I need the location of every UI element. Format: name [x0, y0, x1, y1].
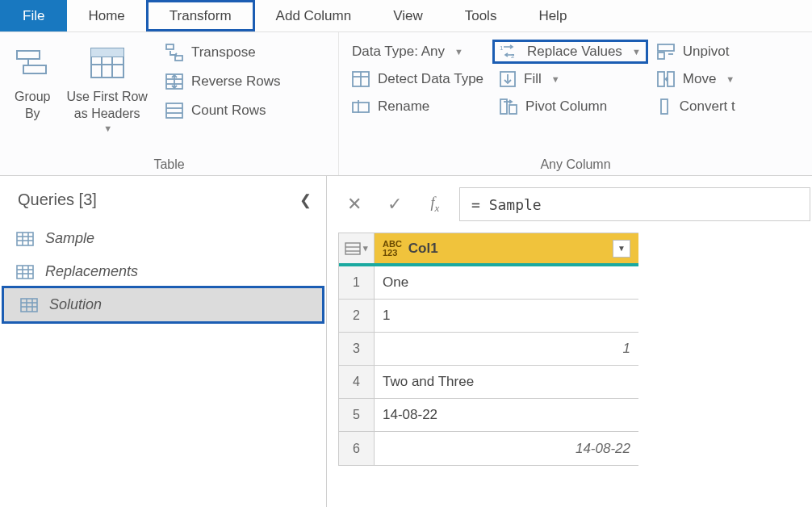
svg-rect-25 [509, 105, 517, 114]
queries-panel: Queries [3] ❮ Sample Replacements Soluti… [0, 176, 327, 507]
data-type-label: Data Type: Any [352, 44, 445, 60]
transpose-icon [165, 44, 183, 61]
svg-rect-26 [658, 44, 674, 51]
ribbon-group-table-label: Table [6, 154, 332, 172]
row-number: 6 [339, 432, 375, 465]
rename-button[interactable]: Rename [352, 98, 483, 115]
column-name: Col1 [408, 241, 438, 257]
menu-add-column[interactable]: Add Column [255, 0, 373, 31]
menu-tools[interactable]: Tools [444, 0, 518, 31]
detect-data-type-button[interactable]: Detect Data Type [352, 71, 483, 87]
cell: Two and Three [375, 366, 638, 398]
transpose-button[interactable]: Transpose [165, 44, 281, 61]
table-row[interactable]: 6 14-08-22 [339, 432, 638, 465]
use-first-row-label: Use First Row as Headers [66, 89, 147, 123]
menu-home[interactable]: Home [67, 0, 145, 31]
column-header-col1[interactable]: ABC 123 Col1 ▼ [375, 233, 638, 263]
rename-icon [352, 98, 370, 115]
chevron-down-icon: ▾ [363, 243, 368, 254]
column-filter-button[interactable]: ▼ [613, 240, 630, 258]
ribbon: Group By Use First Row as Headers ▼ Tran… [0, 32, 812, 176]
query-item-label: Sample [45, 230, 94, 247]
convert-button[interactable]: Convert t [657, 98, 735, 115]
column-type-badge: ABC 123 [383, 240, 402, 258]
table-corner-button[interactable]: ▾ [339, 233, 375, 263]
table-row[interactable]: 5 14-08-22 [339, 399, 638, 432]
fx-button[interactable]: fx [419, 188, 451, 220]
transpose-label: Transpose [191, 44, 256, 61]
query-item-sample[interactable]: Sample [0, 222, 326, 255]
data-type-button[interactable]: Data Type: Any ▼ [352, 44, 483, 60]
svg-rect-46 [345, 243, 360, 254]
unpivot-icon [657, 44, 675, 60]
svg-rect-1 [23, 65, 46, 73]
move-label: Move [683, 71, 717, 87]
detect-icon [352, 71, 370, 87]
table-row[interactable]: 1 One [339, 266, 638, 300]
reverse-rows-icon [165, 73, 183, 90]
row-number: 2 [339, 300, 375, 332]
cell: 14-08-22 [375, 432, 638, 465]
menubar: File Home Transform Add Column View Tool… [0, 0, 812, 32]
chevron-down-icon: ▼ [632, 47, 641, 57]
svg-rect-28 [658, 72, 664, 86]
count-rows-icon [165, 102, 183, 119]
cell: 14-08-22 [375, 399, 638, 431]
formula-bar: ✕ ✓ fx = Sample [338, 187, 812, 221]
table-row[interactable]: 2 1 [339, 300, 638, 333]
pivot-column-button[interactable]: Pivot Column [500, 98, 641, 115]
chevron-down-icon: ▼ [103, 123, 112, 134]
pivot-column-label: Pivot Column [525, 98, 607, 115]
svg-rect-27 [658, 52, 664, 59]
collapse-chevron-icon[interactable]: ❮ [299, 191, 312, 209]
row-number: 5 [339, 399, 375, 431]
menu-file[interactable]: File [0, 0, 67, 31]
table-icon [16, 265, 34, 279]
ribbon-group-any-column: Data Type: Any ▼ Detect Data Type Rename [339, 32, 812, 175]
formula-input[interactable]: = Sample [459, 187, 810, 221]
group-by-icon [15, 42, 49, 84]
move-icon [657, 71, 675, 87]
fill-button[interactable]: Fill ▼ [500, 71, 641, 87]
detect-data-type-label: Detect Data Type [378, 71, 483, 87]
svg-rect-31 [17, 233, 33, 245]
chevron-down-icon: ▼ [454, 47, 463, 57]
main-area: Queries [3] ❮ Sample Replacements Soluti… [0, 176, 812, 507]
convert-label: Convert t [680, 98, 735, 115]
move-button[interactable]: Move ▼ [657, 71, 735, 87]
cancel-formula-button[interactable]: ✕ [338, 188, 370, 220]
table-icon [16, 232, 34, 246]
count-rows-button[interactable]: Count Rows [165, 102, 281, 119]
query-item-label: Solution [49, 296, 102, 313]
table-row[interactable]: 4 Two and Three [339, 366, 638, 399]
data-area: ✕ ✓ fx = Sample ▾ ABC 123 Col1 ▼ [327, 176, 812, 507]
query-item-replacements[interactable]: Replacements [0, 255, 326, 288]
svg-rect-41 [21, 299, 37, 312]
svg-rect-30 [661, 99, 668, 114]
chevron-down-icon: ▼ [726, 74, 735, 84]
svg-rect-7 [91, 48, 123, 57]
row-number: 3 [339, 333, 375, 365]
reverse-rows-button[interactable]: Reverse Rows [165, 73, 281, 90]
replace-values-button[interactable]: 12 Replace Values ▼ [492, 40, 648, 64]
menu-transform[interactable]: Transform [146, 0, 255, 31]
group-by-button[interactable]: Group By [6, 37, 58, 144]
svg-rect-0 [17, 51, 40, 59]
menu-help[interactable]: Help [517, 0, 588, 31]
use-first-row-button[interactable]: Use First Row as Headers ▼ [58, 37, 155, 144]
query-item-solution[interactable]: Solution [2, 286, 324, 324]
svg-rect-8 [166, 44, 174, 49]
fill-down-icon [500, 71, 516, 87]
cell: One [375, 266, 638, 299]
fill-label: Fill [524, 71, 542, 87]
svg-text:2: 2 [511, 52, 515, 60]
table-row[interactable]: 3 1 [339, 333, 638, 366]
pivot-icon [500, 98, 517, 115]
unpivot-label: Unpivot [683, 44, 730, 60]
accept-formula-button[interactable]: ✓ [379, 188, 411, 220]
grid-header-row: ▾ ABC 123 Col1 ▼ [339, 233, 638, 266]
svg-rect-13 [166, 103, 182, 118]
unpivot-button[interactable]: Unpivot [657, 44, 735, 60]
svg-rect-36 [17, 266, 33, 279]
menu-view[interactable]: View [372, 0, 444, 31]
